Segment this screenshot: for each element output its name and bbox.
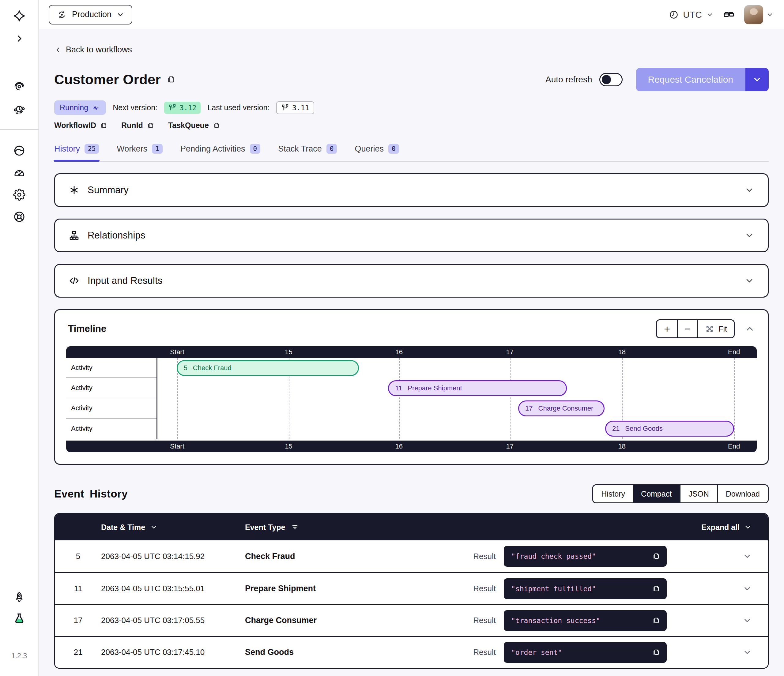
status-label: Running (60, 103, 88, 112)
usage-gauge-icon[interactable] (12, 166, 26, 179)
sort-chevron-icon[interactable] (150, 524, 157, 531)
timeline-row-labels: Activity Activity Activity Activity (66, 358, 157, 439)
support-lifebuoy-icon[interactable] (12, 210, 26, 224)
view-history-button[interactable]: History (593, 485, 633, 502)
timeline-bar-charge-consumer[interactable]: 17 Charge Consumer (518, 401, 605, 416)
sidebar: 1.2.3 (0, 0, 39, 676)
next-version-label: Next version: (113, 103, 157, 112)
workflows-spiral-icon[interactable] (12, 79, 26, 93)
row-expand-chevron-icon[interactable] (743, 648, 752, 657)
timeline-row-label: Activity (66, 418, 157, 439)
sidebar-expand-chevron-icon[interactable] (12, 32, 26, 45)
copy-run-id-icon[interactable] (147, 121, 155, 129)
event-datetime: 2063-04-05 UTC 03:14:15.92 (101, 552, 245, 561)
settings-gear-icon[interactable] (12, 188, 26, 202)
labs-flask-icon[interactable] (12, 612, 26, 625)
copy-result-icon[interactable] (652, 552, 661, 561)
last-version-badge: 3.11 (276, 101, 314, 114)
page-title: Customer Order (54, 71, 161, 87)
tab-label: Pending Activities (180, 144, 245, 154)
chevron-down-icon (745, 230, 754, 240)
task-queue-item: TaskQueue (168, 121, 221, 130)
timeline-bar-prepare-shipment[interactable]: 11 Prepare Shipment (388, 380, 566, 396)
event-datetime: 2063-04-05 UTC 03:17:05.55 (101, 616, 245, 625)
timeline-row: 11 Prepare Shipment (157, 378, 757, 398)
result-value-box: "shipment fulfilled" (504, 578, 667, 599)
tab-label: Stack Trace (278, 144, 322, 154)
timeline-plot-area: 5 Check Fraud 11 Prepare Shipment 17 Cha… (157, 358, 757, 439)
git-branch-icon (168, 104, 176, 112)
event-row[interactable]: 5 2063-04-05 UTC 03:14:15.92 Check Fraud… (55, 540, 768, 572)
toggle-knob (602, 75, 611, 84)
timeline-bar-send-goods[interactable]: 21 Send Goods (605, 421, 734, 437)
auto-refresh-toggle[interactable] (599, 73, 622, 86)
tab-count-badge: 0 (388, 144, 399, 154)
chevron-down-icon (744, 523, 752, 531)
tab-pending-activities[interactable]: Pending Activities 0 (180, 144, 260, 154)
timeline-axis-bottom: Start 15 16 17 18 End (66, 441, 757, 452)
tab-workers[interactable]: Workers 1 (117, 144, 163, 154)
tab-history[interactable]: History 25 (54, 144, 99, 154)
row-expand-chevron-icon[interactable] (743, 584, 752, 593)
result-label: Result (473, 648, 496, 657)
temporal-logo-icon[interactable] (12, 9, 26, 23)
axis-tick: End (728, 348, 740, 356)
cancelation-menu-button[interactable] (745, 68, 769, 91)
zoom-in-button[interactable]: + (657, 320, 677, 337)
schedules-clock-icon[interactable] (12, 103, 26, 117)
copy-result-icon[interactable] (652, 584, 661, 593)
git-branch-icon (281, 104, 289, 112)
workflow-id-item: WorkflowID (54, 121, 108, 130)
zoom-fit-button[interactable]: Fit (697, 320, 734, 337)
event-label: Send Goods (625, 425, 663, 433)
expand-all-button[interactable]: Expand all (701, 523, 768, 532)
copy-result-icon[interactable] (652, 648, 661, 657)
namespace-label: Production (72, 10, 112, 19)
event-row[interactable]: 17 2063-04-05 UTC 03:17:05.55 Charge Con… (55, 604, 768, 636)
next-version-value: 3.12 (179, 104, 196, 112)
tab-label: Queries (355, 144, 384, 154)
event-label: Charge Consumer (538, 404, 594, 412)
view-compact-button[interactable]: Compact (633, 485, 680, 502)
row-expand-chevron-icon[interactable] (743, 552, 752, 561)
event-row[interactable]: 11 2063-04-05 UTC 03:15:55.01 Prepare Sh… (55, 572, 768, 604)
event-datetime: 2063-04-05 UTC 03:15:55.01 (101, 584, 245, 593)
relationships-section[interactable]: Relationships (54, 219, 769, 252)
namespace-selector[interactable]: Production (49, 5, 132, 25)
tab-stack-trace[interactable]: Stack Trace 0 (278, 144, 337, 154)
timezone-selector[interactable]: UTC (669, 9, 714, 20)
result-label: Result (473, 552, 496, 561)
last-version-label: Last used version: (207, 103, 269, 112)
timeline-bar-check-fraud[interactable]: 5 Check Fraud (177, 360, 359, 376)
event-type: Send Goods (245, 648, 473, 657)
zoom-out-button[interactable]: − (677, 320, 697, 337)
user-menu-chevron-icon[interactable] (766, 11, 773, 19)
timeline-title: Timeline (68, 323, 106, 334)
event-row[interactable]: 21 2063-04-05 UTC 03:17:45.10 Send Goods… (55, 636, 768, 668)
timeline-row-label: Activity (66, 378, 157, 398)
copy-workflow-id-icon[interactable] (100, 121, 108, 129)
input-results-section[interactable]: Input and Results (54, 264, 769, 298)
view-download-button[interactable]: Download (717, 485, 768, 502)
row-expand-chevron-icon[interactable] (743, 616, 752, 625)
tab-queries[interactable]: Queries 0 (355, 144, 399, 154)
column-date-time[interactable]: Date & Time (101, 523, 145, 532)
timeline-collapse-chevron-icon[interactable] (745, 323, 755, 334)
copy-result-icon[interactable] (652, 616, 661, 625)
getting-started-rocket-icon[interactable] (12, 591, 26, 604)
section-label: Relationships (87, 230, 145, 241)
workflow-id-label: WorkflowID (54, 121, 96, 130)
labs-glasses-icon[interactable] (723, 9, 735, 21)
copy-title-icon[interactable] (166, 75, 176, 84)
view-json-button[interactable]: JSON (680, 485, 717, 502)
auto-refresh-label: Auto refresh (545, 75, 592, 84)
request-cancelation-button[interactable]: Request Cancelation (636, 68, 745, 91)
column-event-type[interactable]: Event Type (245, 523, 285, 532)
run-id-label: RunId (121, 121, 143, 130)
nexus-swirl-icon[interactable] (12, 144, 26, 157)
copy-task-queue-icon[interactable] (213, 121, 221, 129)
back-to-workflows-link[interactable]: Back to workflows (54, 45, 132, 54)
filter-icon[interactable] (291, 523, 299, 531)
summary-section[interactable]: Summary (54, 173, 769, 207)
user-avatar[interactable] (744, 5, 763, 24)
